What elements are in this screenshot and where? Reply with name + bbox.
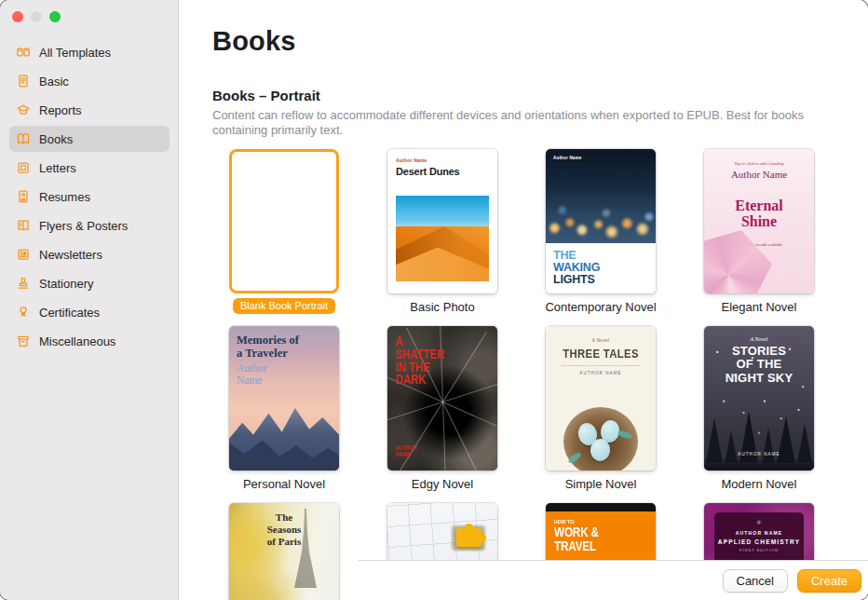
rubber-stamp-icon	[15, 276, 31, 292]
template-caption: Basic Photo	[410, 300, 474, 314]
cover-title-line: TRAVEL	[554, 539, 633, 552]
dialog-footer: Cancel Create	[358, 560, 868, 600]
sidebar-item-letters[interactable]: Letters	[9, 155, 170, 181]
sidebar-item-label: Newsletters	[39, 248, 102, 262]
sidebar-item-label: Flyers & Posters	[39, 219, 128, 233]
cover-title-line: OF THE	[704, 358, 814, 371]
sidebar-item-label: Resumes	[39, 190, 90, 204]
sidebar-item-miscellaneous[interactable]: Miscellaneous	[9, 328, 170, 354]
sidebar-item-basic[interactable]: Basic	[9, 68, 170, 94]
template-gallery: Books Books – Portrait Content can reflo…	[179, 0, 868, 600]
zoom-window-button[interactable]	[49, 11, 61, 22]
sidebar-item-resumes[interactable]: Resumes	[9, 184, 170, 210]
template-cell-basic-photo: Author Name Desert Dunes Basic Photo	[387, 149, 497, 326]
sidebar-item-label: Basic	[39, 75, 69, 89]
cover-heading-hint: Tap or click to add a heading	[704, 161, 814, 166]
cover-author: Author Name	[396, 157, 489, 163]
minimize-window-button[interactable]	[31, 11, 42, 22]
sidebar-item-certificates[interactable]: Certificates	[9, 299, 170, 325]
template-caption: Contemporary Novel	[545, 300, 656, 314]
template-travel-book[interactable]: The Seasons of Paris	[229, 503, 339, 600]
section-heading: Books – Portrait	[212, 88, 320, 103]
template-cell-simple-novel: A Novel THREE TALES AUTHOR NAME Simple N…	[546, 326, 656, 503]
cover-title-line: Eternal	[704, 198, 814, 214]
open-book-icon	[15, 131, 31, 147]
sidebar-item-newsletters[interactable]: Newsletters	[9, 241, 170, 267]
sidebar-item-label: Stationery	[39, 277, 94, 291]
cover-title-line: WORK &	[554, 525, 633, 539]
close-window-button[interactable]	[12, 11, 23, 22]
graduation-cap-icon	[15, 102, 31, 118]
ribbon-medal-icon	[15, 305, 31, 320]
cover-kicker: A Novel	[704, 336, 814, 342]
template-contemporary-novel[interactable]: Author Name THE WAKING LIGHTS	[546, 149, 656, 293]
cover-edition: FIRST EDITION	[714, 548, 804, 552]
flyer-icon	[15, 218, 31, 234]
cover-title-line: THE	[553, 250, 656, 262]
cancel-button[interactable]: Cancel	[723, 569, 788, 593]
template-blank-book-portrait[interactable]	[229, 149, 339, 293]
resume-page-icon	[15, 189, 31, 205]
dotted-divider	[562, 365, 641, 366]
cover-author: Author Name	[704, 169, 814, 180]
template-cell-contemporary-novel: Author Name THE WAKING LIGHTS Contempora…	[546, 149, 656, 326]
cover-title: APPLIED CHEMISTRY	[714, 539, 804, 545]
sidebar-item-flyers-posters[interactable]: Flyers & Posters	[9, 212, 170, 239]
templates-grid-icon	[15, 45, 31, 61]
sidebar-item-label: Reports	[39, 103, 82, 117]
framed-stamp-icon	[15, 160, 31, 176]
sidebar-item-stationery[interactable]: Stationery	[9, 270, 170, 296]
cover-title: THREE TALES	[554, 347, 646, 361]
template-elegant-novel[interactable]: Tap or click to add a heading Author Nam…	[704, 149, 814, 293]
desert-dunes-photo	[396, 196, 489, 281]
document-icon	[15, 74, 31, 89]
cover-title: Desert Dunes	[396, 166, 489, 177]
sidebar-item-all-templates[interactable]: All Templates	[9, 39, 170, 65]
cover-author: Author Name	[229, 360, 280, 387]
template-cell-edgy-novel: A SHATTER IN THE DARK AUTHOR NAME Edgy N…	[387, 326, 497, 503]
section-description: Content can reflow to accommodate differ…	[212, 108, 848, 138]
cover-author: AUTHOR NAME	[714, 530, 804, 536]
template-cell-personal-novel: Memories of a Traveler Author Name Perso…	[229, 326, 339, 503]
archive-box-icon	[15, 334, 31, 349]
yellow-puzzle-piece-image	[456, 528, 481, 547]
cover-title-line: NIGHT SKY	[704, 372, 814, 385]
cover-title-line: Seasons	[229, 524, 339, 536]
cover-author: AUTHOR NAME	[704, 452, 814, 457]
template-edgy-novel[interactable]: A SHATTER IN THE DARK AUTHOR NAME	[387, 326, 497, 470]
sidebar-item-label: Miscellaneous	[39, 334, 115, 348]
cover-title-line: of Paris	[229, 536, 339, 548]
cover-title-line: The	[229, 511, 339, 524]
cover-title: Memories of a Traveler	[229, 326, 302, 360]
template-chooser-window: All Templates Basic Reports Books Letter…	[0, 0, 868, 600]
sidebar-item-label: Books	[39, 132, 73, 146]
template-category-list: All Templates Basic Reports Books Letter…	[9, 39, 170, 357]
cover-author-line: NAME	[396, 452, 417, 458]
selected-template-label: Blank Book Portrait	[233, 298, 335, 314]
sidebar-item-label: Certificates	[39, 306, 100, 320]
template-modern-novel[interactable]: A Novel STORIES OF THE NIGHT SKY	[704, 326, 814, 470]
newsletter-icon	[15, 247, 31, 263]
template-cell-seasons-of-paris: The Seasons of Paris	[229, 503, 339, 600]
cover-title-line: LIGHTS	[553, 274, 656, 286]
page-title: Books	[212, 26, 296, 57]
template-caption: Modern Novel	[722, 477, 797, 491]
create-button[interactable]: Create	[797, 569, 861, 593]
template-personal-novel[interactable]: Memories of a Traveler Author Name	[229, 326, 339, 470]
template-caption: Elegant Novel	[722, 300, 797, 314]
template-caption: Personal Novel	[243, 477, 325, 491]
window-controls	[12, 11, 61, 22]
sidebar-item-label: Letters	[39, 161, 76, 175]
cover-author: AUTHOR NAME	[546, 371, 656, 375]
cover-kicker: A Novel	[546, 338, 656, 343]
template-caption: Edgy Novel	[412, 477, 473, 491]
sidebar-item-label: All Templates	[39, 46, 111, 60]
template-basic-photo[interactable]: Author Name Desert Dunes	[387, 149, 497, 293]
cover-title-line: STORIES	[704, 345, 814, 358]
sidebar: All Templates Basic Reports Books Letter…	[0, 0, 179, 600]
template-simple-novel[interactable]: A Novel THREE TALES AUTHOR NAME	[546, 326, 656, 470]
sidebar-item-books[interactable]: Books	[9, 126, 170, 152]
cover-title-line: DARK	[396, 374, 445, 387]
cover-title-band: ⚛ AUTHOR NAME APPLIED CHEMISTRY FIRST ED…	[714, 512, 804, 563]
sidebar-item-reports[interactable]: Reports	[9, 97, 170, 123]
